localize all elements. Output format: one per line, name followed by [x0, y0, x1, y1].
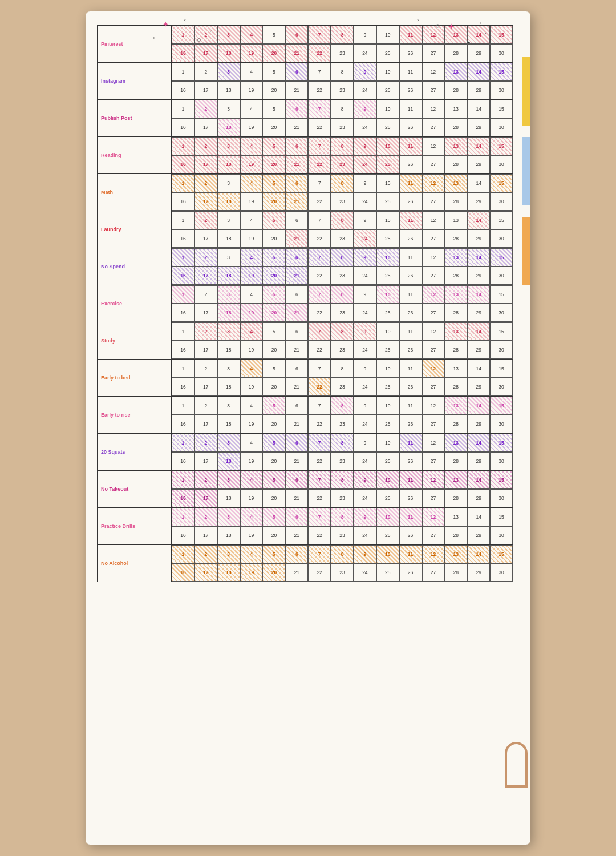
day-20-habit-4[interactable]: 20 — [262, 192, 285, 211]
day-21-habit-5[interactable]: 21 — [285, 229, 308, 248]
day-18-habit-1[interactable]: 18 — [217, 81, 240, 99]
day-29-habit-3[interactable]: 29 — [467, 155, 490, 173]
day-2-habit-3[interactable]: 2 — [194, 137, 217, 155]
day-6-habit-2[interactable]: 6 — [285, 100, 308, 118]
day-8-habit-0[interactable]: 8 — [331, 26, 354, 44]
day-8-habit-13[interactable]: 8 — [331, 508, 354, 526]
day-13-habit-7[interactable]: 13 — [444, 285, 467, 304]
day-11-habit-4[interactable]: 11 — [399, 174, 422, 192]
day-2-habit-0[interactable]: 2 — [194, 26, 217, 44]
day-19-habit-4[interactable]: 19 — [240, 192, 263, 211]
day-9-habit-1[interactable]: 9 — [354, 63, 376, 81]
day-2-habit-2[interactable]: 2 — [194, 100, 217, 118]
day-18-habit-11[interactable]: 18 — [217, 452, 240, 470]
day-10-habit-14[interactable]: 10 — [376, 545, 399, 563]
day-27-habit-0[interactable]: 27 — [422, 44, 445, 62]
day-8-habit-1[interactable]: 8 — [331, 63, 354, 81]
day-18-habit-10[interactable]: 18 — [217, 415, 240, 433]
day-23-habit-9[interactable]: 23 — [331, 378, 354, 396]
day-23-habit-12[interactable]: 23 — [331, 489, 354, 507]
day-28-habit-14[interactable]: 28 — [444, 563, 467, 582]
day-30-habit-3[interactable]: 30 — [490, 155, 513, 173]
day-28-habit-4[interactable]: 28 — [444, 192, 467, 211]
day-28-habit-1[interactable]: 28 — [444, 81, 467, 99]
day-9-habit-6[interactable]: 9 — [354, 248, 376, 267]
day-3-habit-8[interactable]: 3 — [217, 322, 240, 341]
day-14-habit-5[interactable]: 14 — [467, 211, 490, 229]
day-15-habit-14[interactable]: 15 — [490, 545, 513, 563]
day-19-habit-13[interactable]: 19 — [240, 526, 263, 544]
day-19-habit-9[interactable]: 19 — [240, 378, 263, 396]
day-24-habit-8[interactable]: 24 — [354, 341, 376, 359]
day-16-habit-4[interactable]: 16 — [172, 192, 194, 211]
day-12-habit-0[interactable]: 12 — [422, 26, 445, 44]
day-1-habit-1[interactable]: 1 — [172, 63, 194, 81]
day-8-habit-12[interactable]: 8 — [331, 471, 354, 489]
day-4-habit-11[interactable]: 4 — [240, 434, 263, 452]
day-22-habit-5[interactable]: 22 — [308, 229, 331, 248]
day-30-habit-6[interactable]: 30 — [490, 267, 513, 285]
day-9-habit-2[interactable]: 9 — [354, 100, 376, 118]
day-12-habit-6[interactable]: 12 — [422, 248, 445, 267]
day-27-habit-2[interactable]: 27 — [422, 118, 445, 136]
day-5-habit-3[interactable]: 5 — [262, 137, 285, 155]
day-3-habit-0[interactable]: 3 — [217, 26, 240, 44]
day-30-habit-2[interactable]: 30 — [490, 118, 513, 136]
day-20-habit-11[interactable]: 20 — [262, 452, 285, 470]
day-13-habit-3[interactable]: 13 — [444, 137, 467, 155]
day-25-habit-5[interactable]: 25 — [376, 229, 399, 248]
day-17-habit-13[interactable]: 17 — [194, 526, 217, 544]
day-16-habit-11[interactable]: 16 — [172, 452, 194, 470]
day-3-habit-7[interactable]: 3 — [217, 285, 240, 304]
day-19-habit-5[interactable]: 19 — [240, 229, 263, 248]
day-20-habit-3[interactable]: 20 — [262, 155, 285, 173]
day-14-habit-11[interactable]: 14 — [467, 434, 490, 452]
day-28-habit-12[interactable]: 28 — [444, 489, 467, 507]
day-4-habit-6[interactable]: 4 — [240, 248, 263, 267]
day-7-habit-0[interactable]: 7 — [308, 26, 331, 44]
day-28-habit-2[interactable]: 28 — [444, 118, 467, 136]
day-1-habit-12[interactable]: 1 — [172, 471, 194, 489]
day-12-habit-2[interactable]: 12 — [422, 100, 445, 118]
day-12-habit-1[interactable]: 12 — [422, 63, 445, 81]
day-16-habit-3[interactable]: 16 — [172, 155, 194, 173]
day-18-habit-8[interactable]: 18 — [217, 341, 240, 359]
day-20-habit-8[interactable]: 20 — [262, 341, 285, 359]
day-14-habit-7[interactable]: 14 — [467, 285, 490, 304]
day-13-habit-9[interactable]: 13 — [444, 360, 467, 378]
day-21-habit-10[interactable]: 21 — [285, 415, 308, 433]
day-3-habit-11[interactable]: 3 — [217, 434, 240, 452]
day-29-habit-11[interactable]: 29 — [467, 452, 490, 470]
day-8-habit-9[interactable]: 8 — [331, 360, 354, 378]
day-7-habit-11[interactable]: 7 — [308, 434, 331, 452]
day-9-habit-4[interactable]: 9 — [354, 174, 376, 192]
day-9-habit-12[interactable]: 9 — [354, 471, 376, 489]
day-3-habit-12[interactable]: 3 — [217, 471, 240, 489]
day-15-habit-10[interactable]: 15 — [490, 397, 513, 415]
day-4-habit-3[interactable]: 4 — [240, 137, 263, 155]
day-15-habit-9[interactable]: 15 — [490, 360, 513, 378]
day-29-habit-10[interactable]: 29 — [467, 415, 490, 433]
day-22-habit-7[interactable]: 22 — [308, 304, 331, 322]
day-14-habit-12[interactable]: 14 — [467, 471, 490, 489]
day-10-habit-7[interactable]: 10 — [376, 285, 399, 304]
day-29-habit-13[interactable]: 29 — [467, 526, 490, 544]
day-30-habit-11[interactable]: 30 — [490, 452, 513, 470]
day-16-habit-0[interactable]: 16 — [172, 44, 194, 62]
day-12-habit-11[interactable]: 12 — [422, 434, 445, 452]
day-3-habit-14[interactable]: 3 — [217, 545, 240, 563]
day-27-habit-11[interactable]: 27 — [422, 452, 445, 470]
day-13-habit-13[interactable]: 13 — [444, 508, 467, 526]
day-19-habit-14[interactable]: 19 — [240, 563, 263, 582]
day-10-habit-6[interactable]: 10 — [376, 248, 399, 267]
day-18-habit-14[interactable]: 18 — [217, 563, 240, 582]
day-5-habit-5[interactable]: 5 — [262, 211, 285, 229]
day-23-habit-1[interactable]: 23 — [331, 81, 354, 99]
day-6-habit-8[interactable]: 6 — [285, 322, 308, 341]
day-29-habit-6[interactable]: 29 — [467, 267, 490, 285]
day-16-habit-12[interactable]: 16 — [172, 489, 194, 507]
day-10-habit-13[interactable]: 10 — [376, 508, 399, 526]
day-17-habit-14[interactable]: 17 — [194, 563, 217, 582]
day-21-habit-12[interactable]: 21 — [285, 489, 308, 507]
day-25-habit-0[interactable]: 25 — [376, 44, 399, 62]
